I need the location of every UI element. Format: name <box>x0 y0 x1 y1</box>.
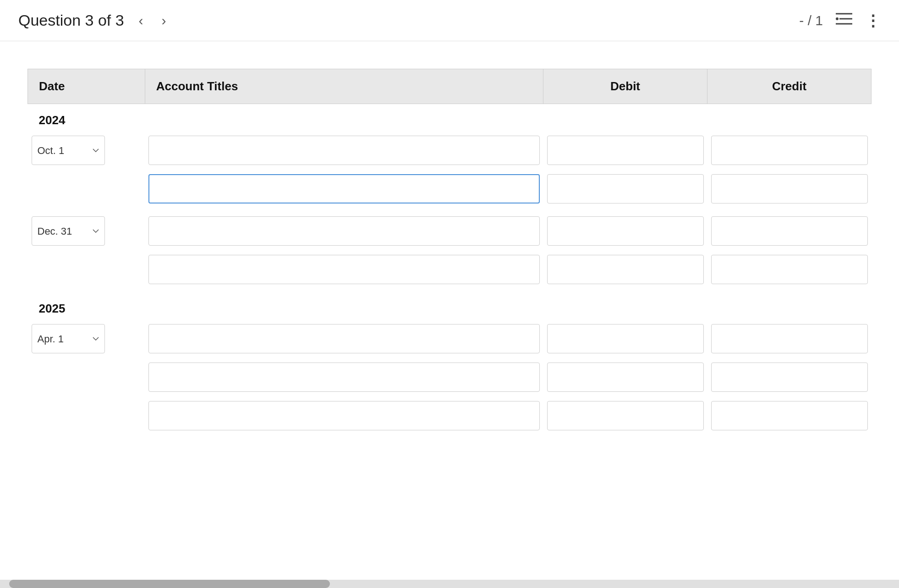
credit-cell <box>707 212 872 250</box>
account-input-oct1-1[interactable] <box>148 136 539 165</box>
account-cell <box>145 250 543 289</box>
table-header: Date Account Titles Debit Credit <box>28 69 872 104</box>
account-cell <box>145 131 543 170</box>
date-cell: Apr. 1 Jan. 1 Feb. 1 Mar. 1 May. 1 Jun. … <box>28 319 145 358</box>
table-row: Apr. 1 Jan. 1 Feb. 1 Mar. 1 May. 1 Jun. … <box>28 319 872 358</box>
credit-input-apr1-1[interactable] <box>711 324 868 353</box>
debit-cell <box>543 358 707 396</box>
debit-cell <box>543 396 707 435</box>
debit-input-apr1-2[interactable] <box>547 363 704 392</box>
spacing-row <box>28 208 872 212</box>
empty-date-cell <box>28 170 145 208</box>
account-cell <box>145 319 543 358</box>
horizontal-scrollbar[interactable] <box>0 580 899 588</box>
debit-input-apr1-1[interactable] <box>547 324 704 353</box>
more-options-icon[interactable]: ⋮ <box>865 11 881 30</box>
credit-input-apr1-2[interactable] <box>711 363 868 392</box>
empty-date-cell <box>28 358 145 396</box>
date-cell: Oct. 1 Jan. 1 Feb. 1 Mar. 1 Apr. 1 May. … <box>28 131 145 170</box>
account-input-apr1-2[interactable] <box>148 363 539 392</box>
credit-cell <box>707 319 872 358</box>
table-row <box>28 396 872 435</box>
year-label-2024: 2024 <box>28 104 872 132</box>
empty-date-cell <box>28 250 145 289</box>
year-row-2024: 2024 <box>28 104 872 132</box>
question-title: Question 3 of 3 <box>18 11 124 29</box>
debit-cell <box>543 319 707 358</box>
account-cell <box>145 170 543 208</box>
header-credit: Credit <box>707 69 872 104</box>
table-row: Oct. 1 Jan. 1 Feb. 1 Mar. 1 Apr. 1 May. … <box>28 131 872 170</box>
credit-input-dec31-2[interactable] <box>711 255 868 284</box>
year-label-2025: 2025 <box>28 292 872 319</box>
credit-input-oct1-1[interactable] <box>711 136 868 165</box>
date-select-oct1[interactable]: Oct. 1 Jan. 1 Feb. 1 Mar. 1 Apr. 1 May. … <box>32 136 105 165</box>
credit-cell <box>707 250 872 289</box>
credit-cell <box>707 131 872 170</box>
debit-input-oct1-1[interactable] <box>547 136 704 165</box>
credit-cell <box>707 358 872 396</box>
debit-input-apr1-3[interactable] <box>547 401 704 430</box>
empty-date-cell <box>28 396 145 435</box>
date-select-apr1[interactable]: Apr. 1 Jan. 1 Feb. 1 Mar. 1 May. 1 Jun. … <box>32 324 105 353</box>
debit-cell <box>543 212 707 250</box>
table-row <box>28 250 872 289</box>
account-input-apr1-1[interactable] <box>148 324 539 353</box>
account-cell <box>145 212 543 250</box>
account-input-dec31-1[interactable] <box>148 216 539 246</box>
table-row <box>28 358 872 396</box>
debit-cell <box>543 170 707 208</box>
main-content: Date Account Titles Debit Credit 2024 Oc… <box>0 41 899 588</box>
debit-cell <box>543 131 707 170</box>
account-input-dec31-2[interactable] <box>148 255 539 284</box>
list-icon[interactable] <box>836 12 852 29</box>
table-row: Dec. 31 Jan. 1 Feb. 1 Mar. 1 Apr. 1 May.… <box>28 212 872 250</box>
debit-cell <box>543 250 707 289</box>
top-bar-right: - / 1 ⋮ <box>799 11 881 30</box>
credit-input-oct1-2[interactable] <box>711 174 868 203</box>
table-body: 2024 Oct. 1 Jan. 1 Feb. 1 Mar. 1 Apr. 1 … <box>28 104 872 435</box>
spacing-row <box>28 289 872 292</box>
debit-input-dec31-2[interactable] <box>547 255 704 284</box>
credit-cell <box>707 170 872 208</box>
header-debit: Debit <box>543 69 707 104</box>
date-select-dec31[interactable]: Dec. 31 Jan. 1 Feb. 1 Mar. 1 Apr. 1 May.… <box>32 216 105 246</box>
page-count: - / 1 <box>799 13 823 28</box>
debit-input-dec31-1[interactable] <box>547 216 704 246</box>
prev-question-button[interactable]: ‹ <box>135 10 147 31</box>
credit-input-dec31-1[interactable] <box>711 216 868 246</box>
top-bar-left: Question 3 of 3 ‹ › <box>18 10 170 31</box>
year-row-2025: 2025 <box>28 292 872 319</box>
account-input-oct1-2[interactable] <box>148 174 539 203</box>
scrollbar-thumb[interactable] <box>9 580 330 588</box>
account-cell <box>145 358 543 396</box>
header-date: Date <box>28 69 145 104</box>
table-row <box>28 170 872 208</box>
journal-table: Date Account Titles Debit Credit 2024 Oc… <box>27 69 872 435</box>
credit-input-apr1-3[interactable] <box>711 401 868 430</box>
account-input-apr1-3[interactable] <box>148 401 539 430</box>
debit-input-oct1-2[interactable] <box>547 174 704 203</box>
header-account-titles: Account Titles <box>145 69 543 104</box>
svg-point-3 <box>836 17 839 20</box>
account-cell <box>145 396 543 435</box>
top-navigation-bar: Question 3 of 3 ‹ › - / 1 ⋮ <box>0 0 899 41</box>
date-cell: Dec. 31 Jan. 1 Feb. 1 Mar. 1 Apr. 1 May.… <box>28 212 145 250</box>
next-question-button[interactable]: › <box>158 10 170 31</box>
credit-cell <box>707 396 872 435</box>
